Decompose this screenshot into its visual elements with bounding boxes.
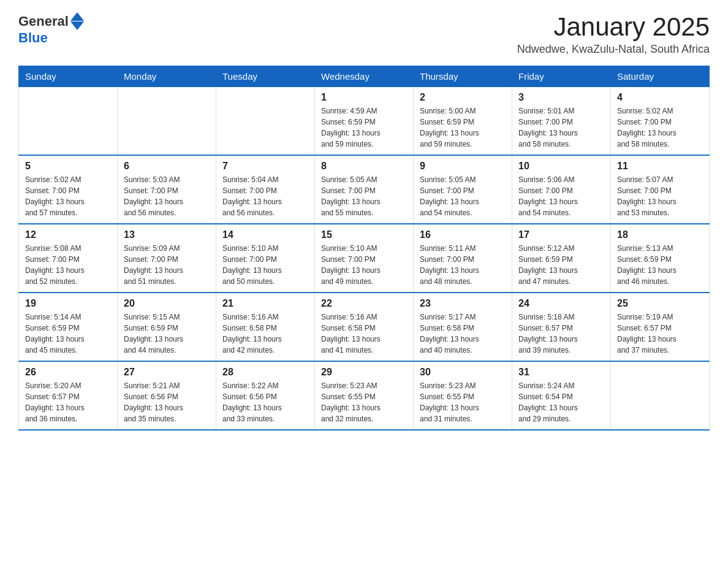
calendar-cell	[19, 87, 118, 156]
calendar-subtitle: Ndwedwe, KwaZulu-Natal, South Africa	[517, 43, 710, 56]
calendar-cell: 28Sunrise: 5:22 AM Sunset: 6:56 PM Dayli…	[216, 361, 315, 430]
day-number: 9	[420, 161, 506, 172]
week-row-3: 12Sunrise: 5:08 AM Sunset: 7:00 PM Dayli…	[19, 224, 710, 293]
page-header: General Blue January 2025 Ndwedwe, KwaZu…	[18, 12, 710, 56]
week-row-5: 26Sunrise: 5:20 AM Sunset: 6:57 PM Dayli…	[19, 361, 710, 430]
day-info: Sunrise: 5:12 AM Sunset: 6:59 PM Dayligh…	[518, 243, 604, 287]
calendar-cell: 7Sunrise: 5:04 AM Sunset: 7:00 PM Daylig…	[216, 155, 315, 224]
day-info: Sunrise: 5:16 AM Sunset: 6:58 PM Dayligh…	[222, 312, 308, 356]
day-info: Sunrise: 5:23 AM Sunset: 6:55 PM Dayligh…	[321, 380, 407, 424]
header-sunday: Sunday	[19, 66, 118, 87]
day-info: Sunrise: 5:05 AM Sunset: 7:00 PM Dayligh…	[321, 174, 407, 218]
day-number: 14	[222, 229, 308, 240]
header-row: SundayMondayTuesdayWednesdayThursdayFrid…	[19, 66, 710, 87]
day-info: Sunrise: 5:24 AM Sunset: 6:54 PM Dayligh…	[518, 380, 604, 424]
calendar-cell: 1Sunrise: 4:59 AM Sunset: 6:59 PM Daylig…	[315, 87, 414, 156]
calendar-cell: 10Sunrise: 5:06 AM Sunset: 7:00 PM Dayli…	[512, 155, 611, 224]
calendar-cell: 6Sunrise: 5:03 AM Sunset: 7:00 PM Daylig…	[118, 155, 216, 224]
calendar-title: January 2025	[517, 12, 710, 42]
logo: General Blue	[18, 12, 84, 46]
day-number: 1	[321, 92, 407, 103]
day-number: 25	[617, 298, 703, 309]
calendar-cell: 26Sunrise: 5:20 AM Sunset: 6:57 PM Dayli…	[19, 361, 118, 430]
logo-general: General	[18, 13, 69, 29]
calendar-cell: 17Sunrise: 5:12 AM Sunset: 6:59 PM Dayli…	[512, 224, 611, 293]
calendar-cell	[216, 87, 315, 156]
day-number: 15	[321, 229, 407, 240]
day-number: 20	[124, 298, 210, 309]
title-block: January 2025 Ndwedwe, KwaZulu-Natal, Sou…	[517, 12, 710, 56]
week-row-1: 1Sunrise: 4:59 AM Sunset: 6:59 PM Daylig…	[19, 87, 710, 156]
day-info: Sunrise: 5:14 AM Sunset: 6:59 PM Dayligh…	[25, 312, 111, 356]
day-number: 10	[518, 161, 604, 172]
calendar-cell: 30Sunrise: 5:23 AM Sunset: 6:55 PM Dayli…	[414, 361, 512, 430]
header-thursday: Thursday	[414, 66, 512, 87]
day-info: Sunrise: 5:16 AM Sunset: 6:58 PM Dayligh…	[321, 312, 407, 356]
day-number: 11	[617, 161, 703, 172]
calendar-cell: 21Sunrise: 5:16 AM Sunset: 6:58 PM Dayli…	[216, 293, 315, 361]
calendar-table: SundayMondayTuesdayWednesdayThursdayFrid…	[18, 66, 710, 431]
calendar-cell: 2Sunrise: 5:00 AM Sunset: 6:59 PM Daylig…	[414, 87, 512, 156]
day-number: 5	[25, 161, 111, 172]
day-number: 30	[420, 367, 506, 378]
day-info: Sunrise: 5:10 AM Sunset: 7:00 PM Dayligh…	[222, 243, 308, 287]
day-info: Sunrise: 5:02 AM Sunset: 7:00 PM Dayligh…	[617, 105, 703, 150]
day-number: 19	[25, 298, 111, 309]
calendar-cell: 13Sunrise: 5:09 AM Sunset: 7:00 PM Dayli…	[118, 224, 216, 293]
day-info: Sunrise: 5:11 AM Sunset: 7:00 PM Dayligh…	[420, 243, 506, 287]
day-info: Sunrise: 5:22 AM Sunset: 6:56 PM Dayligh…	[222, 380, 308, 424]
calendar-cell: 29Sunrise: 5:23 AM Sunset: 6:55 PM Dayli…	[315, 361, 414, 430]
day-number: 12	[25, 229, 111, 240]
day-number: 23	[420, 298, 506, 309]
calendar-cell: 22Sunrise: 5:16 AM Sunset: 6:58 PM Dayli…	[315, 293, 414, 361]
day-info: Sunrise: 5:10 AM Sunset: 7:00 PM Dayligh…	[321, 243, 407, 287]
day-number: 4	[617, 92, 703, 103]
day-info: Sunrise: 5:09 AM Sunset: 7:00 PM Dayligh…	[124, 243, 210, 287]
calendar-cell: 5Sunrise: 5:02 AM Sunset: 7:00 PM Daylig…	[19, 155, 118, 224]
day-number: 16	[420, 229, 506, 240]
calendar-cell: 9Sunrise: 5:05 AM Sunset: 7:00 PM Daylig…	[414, 155, 512, 224]
day-number: 18	[617, 229, 703, 240]
day-number: 3	[518, 92, 604, 103]
calendar-cell: 14Sunrise: 5:10 AM Sunset: 7:00 PM Dayli…	[216, 224, 315, 293]
calendar-cell: 11Sunrise: 5:07 AM Sunset: 7:00 PM Dayli…	[611, 155, 710, 224]
calendar-cell	[611, 361, 710, 430]
calendar-cell: 12Sunrise: 5:08 AM Sunset: 7:00 PM Dayli…	[19, 224, 118, 293]
day-info: Sunrise: 5:21 AM Sunset: 6:56 PM Dayligh…	[124, 380, 210, 424]
day-info: Sunrise: 5:01 AM Sunset: 7:00 PM Dayligh…	[518, 105, 604, 150]
header-wednesday: Wednesday	[315, 66, 414, 87]
day-number: 7	[222, 161, 308, 172]
week-row-4: 19Sunrise: 5:14 AM Sunset: 6:59 PM Dayli…	[19, 293, 710, 361]
header-monday: Monday	[118, 66, 216, 87]
calendar-cell: 4Sunrise: 5:02 AM Sunset: 7:00 PM Daylig…	[611, 87, 710, 156]
day-number: 22	[321, 298, 407, 309]
day-number: 8	[321, 161, 407, 172]
day-number: 31	[518, 367, 604, 378]
calendar-cell: 31Sunrise: 5:24 AM Sunset: 6:54 PM Dayli…	[512, 361, 611, 430]
day-number: 13	[124, 229, 210, 240]
calendar-cell: 24Sunrise: 5:18 AM Sunset: 6:57 PM Dayli…	[512, 293, 611, 361]
day-number: 28	[222, 367, 308, 378]
day-number: 2	[420, 92, 506, 103]
calendar-cell: 27Sunrise: 5:21 AM Sunset: 6:56 PM Dayli…	[118, 361, 216, 430]
day-info: Sunrise: 5:23 AM Sunset: 6:55 PM Dayligh…	[420, 380, 506, 424]
day-info: Sunrise: 5:17 AM Sunset: 6:58 PM Dayligh…	[420, 312, 506, 356]
day-info: Sunrise: 5:08 AM Sunset: 7:00 PM Dayligh…	[25, 243, 111, 287]
header-friday: Friday	[512, 66, 611, 87]
day-info: Sunrise: 5:18 AM Sunset: 6:57 PM Dayligh…	[518, 312, 604, 356]
calendar-cell: 20Sunrise: 5:15 AM Sunset: 6:59 PM Dayli…	[118, 293, 216, 361]
day-info: Sunrise: 5:03 AM Sunset: 7:00 PM Dayligh…	[124, 174, 210, 218]
calendar-cell: 15Sunrise: 5:10 AM Sunset: 7:00 PM Dayli…	[315, 224, 414, 293]
header-tuesday: Tuesday	[216, 66, 315, 87]
calendar-cell: 8Sunrise: 5:05 AM Sunset: 7:00 PM Daylig…	[315, 155, 414, 224]
day-number: 29	[321, 367, 407, 378]
calendar-cell: 16Sunrise: 5:11 AM Sunset: 7:00 PM Dayli…	[414, 224, 512, 293]
day-number: 17	[518, 229, 604, 240]
day-info: Sunrise: 5:05 AM Sunset: 7:00 PM Dayligh…	[420, 174, 506, 218]
day-info: Sunrise: 5:19 AM Sunset: 6:57 PM Dayligh…	[617, 312, 703, 356]
day-info: Sunrise: 5:15 AM Sunset: 6:59 PM Dayligh…	[124, 312, 210, 356]
day-info: Sunrise: 5:13 AM Sunset: 6:59 PM Dayligh…	[617, 243, 703, 287]
day-info: Sunrise: 5:06 AM Sunset: 7:00 PM Dayligh…	[518, 174, 604, 218]
logo-blue: Blue	[18, 30, 48, 46]
day-number: 21	[222, 298, 308, 309]
